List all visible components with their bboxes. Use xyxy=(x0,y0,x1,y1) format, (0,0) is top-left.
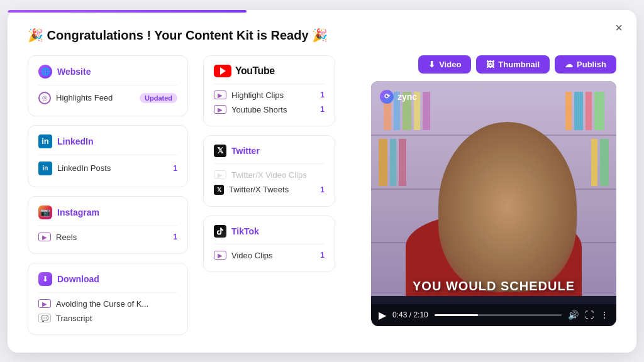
modal-container: × 🎉 Congratulations ! Your Content Kit i… xyxy=(8,10,636,353)
twitter-title: Twitter xyxy=(231,146,260,156)
fullscreen-button[interactable]: ⛶ xyxy=(585,310,594,320)
website-card-header: 🌐 Website xyxy=(38,65,177,79)
twitter-video-clips-icon: ▶ xyxy=(214,170,226,179)
tiktok-icon xyxy=(214,225,226,238)
transcript-icon: 💬 xyxy=(38,314,51,322)
publish-button[interactable]: ☁ Publish xyxy=(555,55,616,74)
highlight-clips-icon: ▶ xyxy=(214,90,226,99)
divider xyxy=(214,244,325,244)
download-card-header: ⬇ Download xyxy=(38,272,177,286)
video-subtitle: YOU WOULD SCHEDULE xyxy=(371,279,616,293)
thumbnail-button[interactable]: 🖼 Thumbnail xyxy=(476,55,550,74)
toolbar-buttons: ⬇ Video 🖼 Thumbnail ☁ Publish xyxy=(418,55,616,74)
video-panel: ⬇ Video 🖼 Thumbnail ☁ Publish xyxy=(350,55,616,335)
linkedin-title: LinkedIn xyxy=(57,136,94,146)
right-panel: YouTube ▶ Highlight Clips 1 ▶ Youtube Sh… xyxy=(203,55,335,335)
download-icon: ⬇ xyxy=(38,272,52,286)
video-container: ⟳ zync YOU WOULD SCHEDULE ▶ 0:43 / 2:10 xyxy=(371,81,616,326)
highlight-clips-count: 1 xyxy=(320,90,325,99)
linkedin-icon: in xyxy=(38,134,52,148)
volume-button[interactable]: 🔊 xyxy=(568,310,579,320)
reels-label: Reels xyxy=(56,233,165,242)
transcript-label: Transcript xyxy=(56,314,177,323)
linkedin-card: in LinkedIn in LinkedIn Posts 1 xyxy=(28,125,188,187)
left-panel: 🌐 Website ◎ Highlights Feed Updated in L… xyxy=(28,55,188,335)
tiktok-title: TikTok xyxy=(231,226,259,236)
video-btn-icon: ⬇ xyxy=(428,60,435,69)
divider xyxy=(38,292,177,293)
instagram-icon: 📷 xyxy=(38,206,52,219)
thumbnail-btn-icon: 🖼 xyxy=(486,60,494,69)
zync-brand-name: zync xyxy=(397,92,417,102)
highlight-clips-item[interactable]: ▶ Highlight Clips 1 xyxy=(214,88,325,102)
progress-bar-wrap xyxy=(8,10,636,13)
twitter-tweets-icon: 𝕏 xyxy=(214,185,224,195)
divider xyxy=(214,163,325,164)
instagram-card: 📷 Instagram ▶ Reels 1 xyxy=(28,196,188,254)
zync-dot-icon: ⟳ xyxy=(380,90,394,104)
website-title: Website xyxy=(57,67,91,77)
highlights-feed-icon: ◎ xyxy=(38,92,51,104)
divider xyxy=(38,155,177,155)
linkedin-posts-icon: in xyxy=(38,162,52,175)
transcript-item[interactable]: 💬 Transcript xyxy=(38,311,177,326)
linkedin-posts-label: LinkedIn Posts xyxy=(57,163,165,173)
youtube-logo: YouTube xyxy=(214,65,275,77)
close-button[interactable]: × xyxy=(615,21,623,34)
divider xyxy=(38,85,177,85)
download-title: Download xyxy=(57,274,99,284)
instagram-card-header: 📷 Instagram xyxy=(38,206,177,219)
linkedin-posts-item[interactable]: in LinkedIn Posts 1 xyxy=(38,159,177,178)
tiktok-card: TikTok ▶ Video Clips 1 xyxy=(203,216,335,272)
download-file-item[interactable]: ▶ Avoiding the Curse of K... xyxy=(38,297,177,311)
download-file-label: Avoiding the Curse of K... xyxy=(56,299,177,309)
divider xyxy=(214,84,325,84)
youtube-title: YouTube xyxy=(235,65,275,77)
youtube-card-header: YouTube xyxy=(214,65,325,77)
twitter-card: 𝕏 Twitter ▶ Twitter/X Video Clips 𝕏 Twit… xyxy=(203,135,335,207)
twitter-tweets-label: Twitter/X Tweets xyxy=(229,185,313,194)
video-btn-label: Video xyxy=(439,60,461,69)
time-total: 2:10 xyxy=(413,310,428,319)
highlights-feed-item[interactable]: ◎ Highlights Feed Updated xyxy=(38,89,177,107)
play-button[interactable]: ▶ xyxy=(379,309,386,321)
zync-logo: ⟳ zync xyxy=(380,90,417,104)
youtube-icon xyxy=(214,65,231,77)
youtube-card: YouTube ▶ Highlight Clips 1 ▶ Youtube Sh… xyxy=(203,55,335,126)
highlight-clips-label: Highlight Clips xyxy=(231,90,313,100)
video-time: 0:43 / 2:10 xyxy=(392,310,428,319)
video-progress-fill xyxy=(435,314,478,316)
books-top-right xyxy=(565,92,604,131)
twitter-icon: 𝕏 xyxy=(214,145,226,157)
linkedin-posts-count: 1 xyxy=(173,164,177,173)
progress-bar xyxy=(8,10,247,13)
tiktok-video-clips-item[interactable]: ▶ Video Clips 1 xyxy=(214,248,325,263)
twitter-video-clips-label: Twitter/X Video Clips xyxy=(231,170,325,180)
books-mid-right xyxy=(591,139,609,186)
publish-btn-icon: ☁ xyxy=(565,60,573,69)
time-current: 0:43 xyxy=(392,310,407,319)
instagram-title: Instagram xyxy=(57,207,99,217)
video-button[interactable]: ⬇ Video xyxy=(418,55,471,74)
layout: 🌐 Website ◎ Highlights Feed Updated in L… xyxy=(28,55,616,335)
updated-badge: Updated xyxy=(140,93,177,103)
books-mid-left xyxy=(379,139,406,186)
reels-count: 1 xyxy=(173,233,177,241)
tiktok-card-header: TikTok xyxy=(214,225,325,238)
video-progress-track[interactable] xyxy=(435,314,562,316)
modal-title: 🎉 Congratulations ! Your Content Kit is … xyxy=(28,28,616,43)
video-controls: ▶ 0:43 / 2:10 🔊 ⛶ ⋮ xyxy=(371,304,616,326)
download-file-icon: ▶ xyxy=(38,299,51,308)
tiktok-video-clips-label: Video Clips xyxy=(231,251,313,260)
tiktok-video-clips-count: 1 xyxy=(320,251,325,260)
reels-item[interactable]: ▶ Reels 1 xyxy=(38,230,177,244)
twitter-video-clips-item: ▶ Twitter/X Video Clips xyxy=(214,168,325,182)
twitter-tweets-item[interactable]: 𝕏 Twitter/X Tweets 1 xyxy=(214,182,325,197)
linkedin-card-header: in LinkedIn xyxy=(38,134,177,148)
youtube-shorts-count: 1 xyxy=(320,105,325,114)
twitter-card-header: 𝕏 Twitter xyxy=(214,145,325,157)
more-options-button[interactable]: ⋮ xyxy=(600,310,609,320)
youtube-shorts-item[interactable]: ▶ Youtube Shorts 1 xyxy=(214,102,325,117)
download-card: ⬇ Download ▶ Avoiding the Curse of K... … xyxy=(28,263,188,335)
publish-btn-label: Publish xyxy=(577,60,606,69)
